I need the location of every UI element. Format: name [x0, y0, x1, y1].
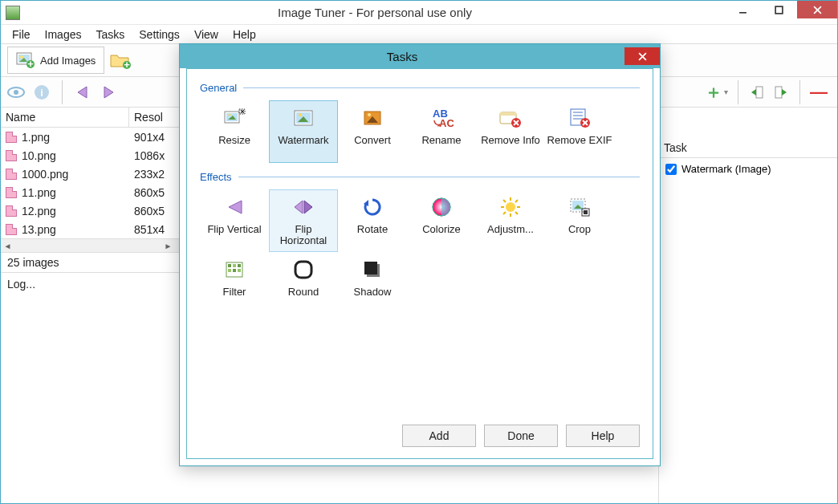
file-icon	[6, 150, 17, 161]
task-flip-horizontal[interactable]: Flip Horizontal	[269, 189, 338, 252]
task-flip-vertical[interactable]: Flip Vertical	[200, 189, 269, 252]
svg-point-27	[229, 114, 231, 116]
svg-marker-52	[295, 201, 303, 213]
dialog-close-button[interactable]	[624, 47, 660, 65]
remove-exif-icon	[567, 106, 592, 130]
menu-settings[interactable]: Settings	[132, 26, 186, 43]
dropdown-icon[interactable]: ▾	[724, 87, 728, 96]
svg-rect-74	[238, 264, 241, 267]
task-rotate[interactable]: Rotate	[338, 189, 407, 252]
effects-grid: Flip Vertical Flip Horizontal Rotate Col…	[200, 189, 640, 315]
task-shadow[interactable]: Shadow	[338, 252, 407, 315]
svg-marker-21	[782, 89, 787, 96]
group-effects: Effects	[200, 171, 640, 183]
add-images-label: Add Images	[40, 55, 96, 67]
adjustment-icon	[498, 195, 523, 219]
dialog-help-button[interactable]: Help	[566, 425, 640, 447]
window-title: Image Tuner - For personal use only	[25, 6, 725, 19]
svg-line-64	[515, 200, 518, 202]
svg-rect-1	[775, 6, 783, 14]
svg-rect-70	[584, 210, 588, 214]
task-rename[interactable]: ABAC Rename	[407, 100, 476, 163]
app-icon	[6, 6, 20, 20]
group-general: General	[200, 82, 640, 94]
dialog-add-button[interactable]: Add	[402, 425, 476, 447]
svg-rect-73	[233, 264, 236, 267]
round-icon	[291, 258, 315, 282]
svg-line-65	[503, 212, 506, 214]
task-checkbox[interactable]	[665, 164, 677, 175]
menu-file[interactable]: File	[6, 26, 37, 43]
task-adjustment[interactable]: Adjustm...	[476, 189, 545, 252]
task-remove-exif[interactable]: Remove EXIF	[545, 100, 614, 163]
task-colorize[interactable]: Colorize	[407, 189, 476, 252]
task-item-watermark[interactable]: Watermark (Image)	[659, 158, 837, 180]
svg-text:AC: AC	[439, 117, 454, 128]
task-toolbar: ＋ ▾ —	[661, 77, 834, 108]
file-icon	[6, 224, 17, 235]
task-export-icon[interactable]	[772, 83, 790, 101]
menu-tasks[interactable]: Tasks	[89, 26, 131, 43]
svg-rect-78	[295, 262, 311, 278]
svg-point-6	[20, 55, 23, 59]
menu-images[interactable]: Images	[39, 26, 88, 43]
flip-vertical-icon	[222, 195, 246, 219]
separator	[799, 80, 800, 104]
svg-rect-77	[238, 269, 241, 272]
task-crop[interactable]: Crop	[545, 189, 614, 252]
preview-icon[interactable]	[7, 83, 25, 101]
file-icon	[6, 132, 17, 143]
rotate-icon	[360, 195, 384, 219]
crop-icon	[567, 195, 592, 219]
maximize-button[interactable]	[761, 1, 797, 18]
menu-view[interactable]: View	[188, 26, 225, 43]
dialog-titlebar[interactable]: Tasks	[180, 44, 660, 68]
svg-point-57	[506, 202, 515, 212]
convert-icon	[360, 106, 384, 130]
menu-bar: File Images Tasks Settings View Help	[1, 25, 837, 43]
info-icon[interactable]: i	[33, 83, 51, 101]
task-remove-icon[interactable]: —	[810, 83, 828, 101]
svg-text:i: i	[40, 87, 43, 99]
dialog-buttons: Add Done Help	[402, 425, 640, 447]
col-name[interactable]: Name	[1, 108, 129, 127]
add-images-icon: +	[16, 51, 35, 70]
task-resize[interactable]: Resize	[200, 100, 269, 163]
svg-rect-18	[756, 87, 763, 98]
resize-icon	[222, 106, 246, 130]
tasks-dialog: Tasks General Resize Watermark Convert A…	[179, 43, 661, 466]
flip-right-icon[interactable]	[100, 83, 117, 101]
task-watermark[interactable]: Watermark	[269, 100, 338, 163]
svg-text:+: +	[27, 58, 34, 68]
close-button[interactable]	[797, 1, 837, 18]
flip-horizontal-icon	[291, 195, 315, 219]
add-images-button[interactable]: + Add Images	[7, 47, 104, 74]
add-folder-button[interactable]: +	[109, 51, 132, 69]
svg-line-63	[515, 212, 518, 214]
colorize-icon	[429, 195, 454, 219]
task-header[interactable]: Task	[659, 138, 837, 158]
svg-rect-76	[233, 269, 236, 272]
task-convert[interactable]: Convert	[338, 100, 407, 163]
task-round[interactable]: Round	[269, 252, 338, 315]
file-icon	[6, 205, 17, 217]
svg-line-62	[503, 200, 506, 202]
flip-left-icon[interactable]	[74, 83, 92, 101]
minimize-button[interactable]	[725, 1, 761, 18]
task-remove-info[interactable]: Remove Info	[476, 100, 545, 163]
dialog-done-button[interactable]: Done	[484, 425, 558, 447]
svg-rect-80	[364, 262, 377, 274]
rename-icon: ABAC	[429, 106, 454, 130]
svg-rect-72	[228, 264, 231, 267]
dialog-title: Tasks	[180, 50, 624, 63]
task-add-icon[interactable]: ＋	[705, 83, 722, 101]
menu-help[interactable]: Help	[226, 26, 262, 43]
svg-text:+: +	[124, 59, 131, 70]
shadow-icon	[360, 258, 384, 282]
file-icon	[6, 187, 17, 198]
svg-marker-16	[78, 87, 87, 98]
right-column: Task Watermark (Image)	[659, 108, 837, 503]
dialog-body: General Resize Watermark Convert ABAC Re…	[186, 68, 653, 459]
task-import-icon[interactable]	[748, 83, 766, 101]
task-filter[interactable]: Filter	[200, 252, 269, 315]
